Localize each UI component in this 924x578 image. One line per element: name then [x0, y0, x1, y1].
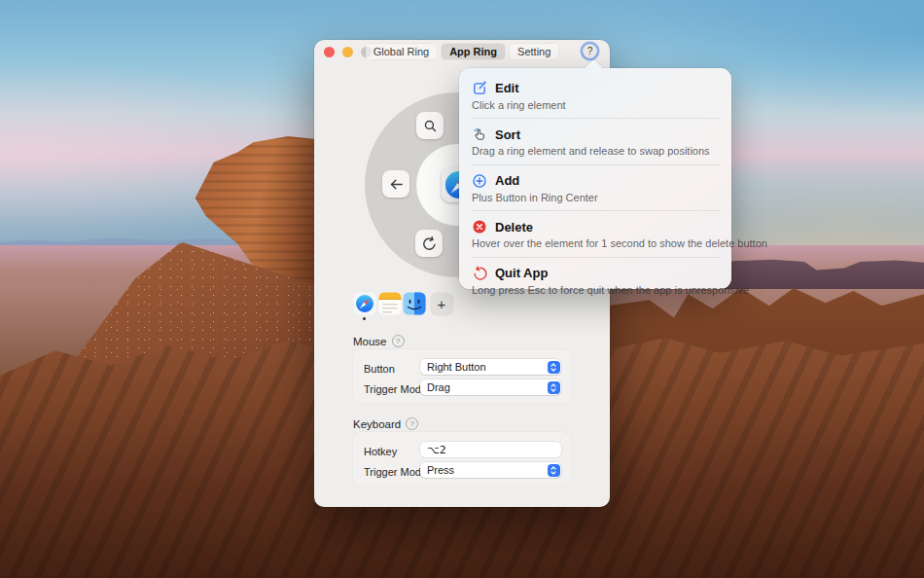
mouse-button-label: Button	[364, 363, 395, 375]
mouse-button-dropdown[interactable]: Right Button	[420, 359, 561, 375]
popover-item-title: Sort	[495, 127, 520, 142]
popover-list: Edit Click a ring element Sort Drag a ri…	[459, 68, 731, 296]
stepper-icon	[548, 464, 560, 477]
safari-icon[interactable]	[353, 292, 376, 315]
keyboard-help-icon[interactable]: ?	[406, 417, 418, 430]
search-icon	[422, 118, 439, 134]
separator	[472, 257, 720, 258]
toolbar-tabs: Global Ring App Ring Setting	[314, 44, 610, 59]
tab-app-ring[interactable]: App Ring	[442, 44, 505, 59]
ring-element-search[interactable]	[416, 112, 444, 139]
hotkey-field[interactable]	[420, 442, 561, 457]
popover-item-title: Add	[495, 173, 519, 188]
finder-icon[interactable]	[403, 292, 426, 315]
mouse-button-value: Right Button	[420, 361, 548, 373]
ring-app-strip: +	[353, 292, 453, 315]
help-popover: Edit Click a ring element Sort Drag a ri…	[459, 68, 731, 289]
ring-element-back[interactable]	[382, 170, 409, 198]
mouse-section-header: Mouse ?	[353, 335, 405, 347]
notes-icon[interactable]	[378, 292, 402, 315]
separator	[472, 210, 720, 211]
stepper-icon	[548, 361, 560, 374]
popover-item-edit: Edit Click a ring element	[459, 80, 731, 111]
mouse-help-icon[interactable]: ?	[392, 335, 405, 347]
mouse-section-label: Mouse	[353, 336, 387, 347]
popover-item-description: Click a ring element	[472, 99, 720, 111]
question-mark-icon: ?	[587, 46, 593, 56]
popover-item-description: Hover over the element for 1 second to s…	[472, 237, 720, 249]
keyboard-trigger-dropdown[interactable]: Press	[420, 462, 561, 478]
popover-item-quit: Quit App Long press Esc to force quit wh…	[459, 265, 731, 296]
separator	[472, 118, 720, 119]
popover-item-delete: Delete Hover over the element for 1 seco…	[459, 219, 731, 250]
keyboard-trigger-value: Press	[420, 464, 548, 476]
page-indicator-dot	[363, 317, 366, 320]
add-app-button[interactable]: +	[431, 293, 453, 315]
edit-icon	[472, 81, 487, 96]
popover-item-sort: Sort Drag a ring element and release to …	[459, 126, 731, 158]
keyboard-trigger-label: Trigger Mode	[364, 466, 427, 478]
tab-setting[interactable]: Setting	[510, 44, 558, 59]
popover-item-title: Quit App	[495, 266, 548, 280]
separator	[472, 164, 720, 165]
popover-item-description: Drag a ring element and release to swap …	[472, 145, 720, 157]
popover-item-description: Plus Button in Ring Center	[472, 192, 720, 203]
quit-arrow-icon	[472, 266, 487, 281]
mouse-trigger-dropdown[interactable]: Drag	[420, 379, 561, 395]
popover-item-description: Long press Esc to force quit when the ap…	[472, 284, 720, 296]
sort-hand-icon	[472, 126, 487, 142]
tab-global-ring[interactable]: Global Ring	[366, 44, 437, 59]
stepper-icon	[548, 381, 560, 394]
help-button[interactable]: ?	[583, 44, 597, 58]
refresh-icon	[421, 235, 438, 252]
keyboard-section-header: Keyboard ?	[353, 417, 418, 430]
hotkey-label: Hotkey	[364, 446, 397, 457]
popover-item-add: Add Plus Button in Ring Center	[459, 172, 731, 203]
keyboard-section-label: Keyboard	[353, 418, 401, 430]
mouse-trigger-label: Trigger Mode	[364, 383, 427, 395]
delete-circle-icon	[472, 219, 487, 235]
titlebar: Global Ring App Ring Setting ?	[314, 40, 610, 63]
ring-element-refresh[interactable]	[415, 230, 443, 257]
popover-item-title: Delete	[495, 220, 533, 235]
back-arrow-icon	[388, 176, 405, 193]
mouse-trigger-value: Drag	[420, 381, 548, 393]
popover-item-title: Edit	[495, 81, 519, 95]
add-circle-icon	[472, 173, 487, 189]
